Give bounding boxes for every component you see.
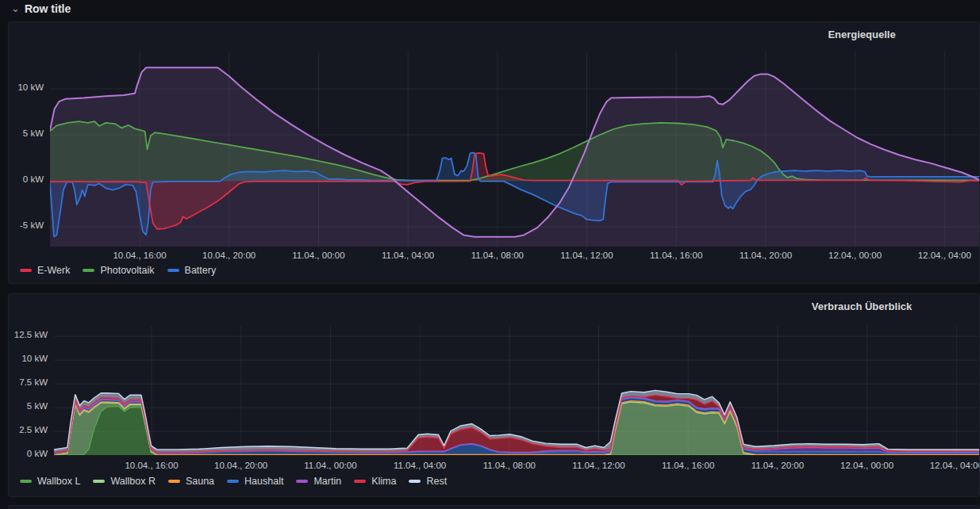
legend-item-wallbox-l[interactable]: Wallbox L: [20, 476, 80, 487]
legend: E-WerkPhotovoltaikBattery: [20, 265, 216, 276]
legend-label: Rest: [426, 476, 447, 487]
legend-swatch: [296, 480, 308, 483]
x-tick-label: 10.04., 16:00: [112, 461, 191, 470]
legend-item-photovoltaik[interactable]: Photovoltaik: [83, 265, 154, 276]
x-tick-label: 11.04., 04:00: [368, 251, 448, 260]
x-tick-label: 11.04., 08:00: [470, 461, 549, 470]
legend-label: Battery: [185, 265, 217, 276]
legend-label: E-Werk: [37, 265, 70, 276]
row-header[interactable]: ⌄ Row title: [0, 0, 980, 17]
legend-swatch: [20, 269, 32, 272]
legend-swatch: [93, 480, 105, 483]
legend-item-e-werk[interactable]: E-Werk: [20, 265, 70, 276]
row-title[interactable]: Row title: [25, 2, 71, 15]
legend-label: Sauna: [186, 476, 214, 487]
x-tick-label: 12.04., 00:00: [816, 251, 895, 260]
x-tick-label: 11.04., 16:00: [636, 251, 716, 260]
legend-label: Haushalt: [244, 476, 283, 487]
legend-item-sauna[interactable]: Sauna: [168, 476, 214, 487]
time-series-plot[interactable]: [50, 52, 980, 247]
legend-label: Klima: [371, 476, 396, 487]
x-tick-label: 12.04., 00:00: [828, 461, 907, 470]
x-tick-label: 11.04., 00:00: [290, 461, 370, 470]
x-tick-label: 11.04., 12:00: [559, 461, 639, 470]
legend-swatch: [409, 480, 421, 483]
next-panel-top-edge: [8, 505, 980, 509]
panel-verbrauch-ueberblick: Verbrauch Überblick Wallbox LWallbox RSa…: [8, 293, 980, 497]
panel-title[interactable]: Energiequelle: [782, 29, 941, 40]
x-tick-label: 11.04., 16:00: [648, 461, 728, 470]
legend-label: Photovoltaik: [100, 265, 154, 276]
legend-swatch: [354, 480, 366, 483]
y-tick-label: 5 kW: [9, 401, 48, 411]
x-tick-label: 11.04., 04:00: [380, 461, 459, 470]
legend-swatch: [167, 269, 179, 272]
legend-item-rest[interactable]: Rest: [409, 476, 447, 487]
legend: Wallbox LWallbox RSaunaHaushaltMartinKli…: [20, 476, 447, 487]
x-tick-label: 10.04., 20:00: [202, 461, 281, 470]
y-tick-label: 10 kW: [9, 354, 48, 363]
legend-label: Wallbox R: [110, 476, 156, 487]
x-tick-label: 11.04., 12:00: [548, 251, 627, 260]
x-tick-label: 10.04., 20:00: [190, 251, 269, 260]
y-tick-label: 0 kW: [9, 174, 44, 184]
y-tick-label: 12.5 kW: [9, 330, 48, 339]
y-tick-label: 2.5 kW: [9, 425, 48, 434]
y-tick-label: 0 kW: [9, 449, 48, 458]
legend-label: Wallbox L: [37, 476, 80, 487]
legend-item-klima[interactable]: Klima: [354, 476, 396, 487]
x-tick-label: 10.04., 16:00: [100, 251, 179, 260]
y-tick-label: 10 kW: [9, 82, 44, 92]
legend-item-haushalt[interactable]: Haushalt: [227, 476, 283, 487]
x-tick-label: 11.04., 08:00: [458, 251, 537, 260]
legend-swatch: [227, 480, 239, 483]
panel-title[interactable]: Verbrauch Überblick: [782, 300, 941, 312]
x-tick-label: 12.04., 04:00: [905, 251, 980, 260]
legend-item-wallbox-r[interactable]: Wallbox R: [93, 476, 156, 487]
time-series-plot[interactable]: [54, 326, 980, 455]
legend-item-martin[interactable]: Martin: [296, 476, 341, 487]
legend-item-battery[interactable]: Battery: [167, 265, 217, 276]
legend-label: Martin: [313, 476, 341, 487]
y-tick-label: 7.5 kW: [9, 377, 48, 387]
x-tick-label: 11.04., 20:00: [726, 251, 805, 260]
chevron-down-icon[interactable]: ⌄: [11, 5, 20, 13]
legend-swatch: [83, 269, 94, 272]
y-tick-label: 5 kW: [9, 128, 44, 138]
x-tick-label: 11.04., 00:00: [279, 251, 358, 260]
x-tick-label: 11.04., 20:00: [738, 461, 817, 470]
legend-swatch: [20, 480, 32, 483]
panel-energiequelle: Energiequelle E-WerkPhotovoltaikBattery …: [8, 21, 980, 284]
legend-swatch: [168, 480, 180, 483]
x-tick-label: 12.04., 04:00: [917, 461, 980, 470]
y-tick-label: -5 kW: [9, 220, 44, 230]
